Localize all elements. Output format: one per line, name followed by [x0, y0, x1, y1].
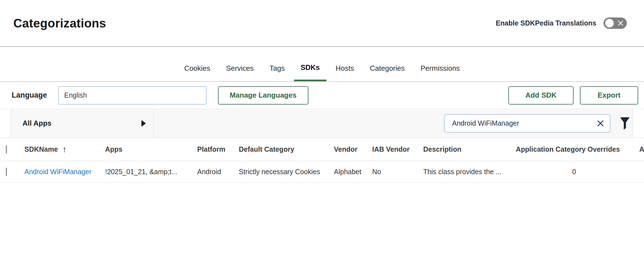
cell-application-category-overrides: 0 — [516, 168, 632, 176]
column-header-sdkname[interactable]: SDKName — [24, 145, 58, 153]
cell-description: This class provides the ... — [423, 168, 516, 176]
cell-platform: Android — [197, 168, 239, 176]
column-header-default-category[interactable]: Default Category — [239, 145, 334, 153]
language-label: Language — [12, 91, 47, 100]
cell-apps: !2025_01_21, &amp;t... — [105, 168, 197, 176]
categorizations-page: Categorizations Enable SDKPedia Translat… — [0, 0, 644, 264]
filter-row: All Apps — [0, 109, 644, 138]
export-button[interactable]: Export — [580, 86, 638, 105]
column-header-platform[interactable]: Platform — [197, 145, 239, 153]
tab-services[interactable]: Services — [219, 47, 260, 81]
language-toolbar: Language Manage Languages Add SDK Export — [0, 82, 644, 109]
sdkpedia-translations-toggle[interactable] — [604, 17, 627, 29]
sdkpedia-toggle-label: Enable SDKPedia Translations — [496, 19, 596, 27]
language-input-wrap — [58, 86, 207, 105]
select-all-checkbox[interactable] — [6, 145, 7, 153]
table-header: SDKName ↑ Apps Platform Default Category… — [0, 138, 644, 161]
tab-permissions[interactable]: Permissions — [414, 47, 466, 81]
triangle-right-icon — [141, 120, 146, 127]
language-input[interactable] — [59, 91, 206, 99]
page-title: Categorizations — [13, 16, 106, 30]
sdk-search-input[interactable] — [445, 119, 597, 127]
add-sdk-button[interactable]: Add SDK — [508, 86, 574, 105]
funnel-icon — [620, 117, 630, 130]
filter-row-left-edge — [0, 109, 11, 138]
x-icon — [597, 120, 604, 127]
sdkpedia-toggle-group: Enable SDKPedia Translations — [496, 17, 627, 29]
row-checkbox[interactable] — [6, 168, 7, 176]
cell-default-category: Strictly necessary Cookies — [239, 168, 334, 176]
tab-categories[interactable]: Categories — [363, 47, 412, 81]
clear-search-button[interactable] — [597, 120, 604, 127]
search-box — [444, 114, 610, 133]
tab-sdks[interactable]: SDKs — [294, 47, 326, 81]
manage-languages-button[interactable]: Manage Languages — [218, 86, 308, 105]
cell-vendor: Alphabet — [334, 168, 372, 176]
all-apps-scope-selector[interactable]: All Apps — [11, 109, 154, 138]
tab-bar: Cookies Services Tags SDKs Hosts Categor… — [0, 47, 644, 82]
filter-button[interactable] — [620, 117, 630, 130]
cell-iab-vendor: No — [372, 168, 423, 176]
column-header-iab-vendor[interactable]: IAB Vendor — [372, 145, 423, 153]
column-header-description[interactable]: Description — [423, 145, 516, 153]
table-row: Android WiFiManager !2025_01_21, &amp;t.… — [0, 161, 644, 182]
tab-hosts[interactable]: Hosts — [329, 47, 361, 81]
sort-ascending-arrow-icon[interactable]: ↑ — [62, 145, 67, 154]
column-header-application-category-overrides[interactable]: Application Category Overrides — [516, 145, 632, 153]
toggle-off-x-icon — [618, 21, 623, 26]
all-apps-label: All Apps — [22, 119, 51, 128]
column-header-apps[interactable]: Apps — [105, 145, 197, 153]
tab-cookies[interactable]: Cookies — [178, 47, 217, 81]
top-bar: Categorizations Enable SDKPedia Translat… — [0, 0, 644, 47]
tab-tags[interactable]: Tags — [263, 47, 291, 81]
column-header-vendor[interactable]: Vendor — [334, 145, 372, 153]
sdk-name-link[interactable]: Android WiFiManager — [24, 168, 92, 176]
column-header-clipped[interactable]: A — [632, 145, 644, 153]
filter-row-right-edge — [633, 109, 644, 138]
toggle-knob — [605, 19, 614, 27]
